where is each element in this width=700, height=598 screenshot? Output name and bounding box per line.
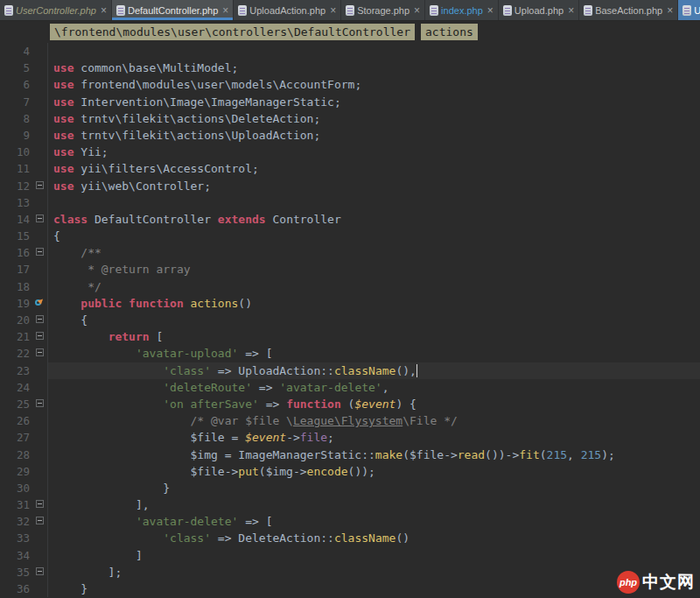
code-line[interactable]: 26 /* @var $file \League\Flysystem\File … <box>0 412 700 429</box>
code-text[interactable]: use yii\filters\AccessControl; <box>48 160 700 177</box>
code-text[interactable]: use trntv\filekit\actions\DeleteAction; <box>48 110 700 127</box>
code-line[interactable]: 28 $img = ImageManagerStatic::make($file… <box>0 447 700 463</box>
code-text[interactable]: } <box>48 480 700 496</box>
tab-close-icon[interactable]: × <box>330 5 336 16</box>
code-line[interactable]: 35 ]; <box>0 564 700 580</box>
code-line[interactable]: 18 */ <box>0 278 700 295</box>
code-text[interactable]: * @return array <box>48 261 700 278</box>
code-text[interactable]: use Yii; <box>48 144 700 160</box>
code-line[interactable]: 20 { <box>0 312 700 328</box>
code-text[interactable]: ], <box>48 496 700 513</box>
fold-marker[interactable] <box>36 332 44 340</box>
code-line[interactable]: 9 use trntv\filekit\actions\UploadAction… <box>0 127 700 144</box>
code-line[interactable]: 5 use common\base\MultiModel; <box>0 60 700 76</box>
gutter: 6 <box>0 76 48 93</box>
code-line[interactable]: 12 use yii\web\Controller; <box>0 178 700 194</box>
code-line[interactable]: 4 <box>0 43 700 60</box>
fold-marker[interactable] <box>36 315 44 323</box>
tab-close-icon[interactable]: × <box>222 5 228 16</box>
editor-tab[interactable]: Upload.php × <box>499 0 579 20</box>
code-text[interactable]: return [ <box>48 328 700 345</box>
code-line[interactable]: 31 ], <box>0 496 700 513</box>
code-line[interactable]: 27 $file = $event->file; <box>0 429 700 446</box>
fold-column <box>33 228 47 244</box>
tab-close-icon[interactable]: × <box>414 5 420 16</box>
code-text[interactable]: $file->put($img->encode()); <box>48 463 700 480</box>
code-text[interactable]: /* @var $file \League\Flysystem\File */ <box>48 412 700 429</box>
method-marker-icon[interactable] <box>35 299 41 306</box>
tab-close-icon[interactable]: × <box>568 5 574 16</box>
editor-tab[interactable]: UploadAction.php × <box>234 0 341 20</box>
breadcrumb-item-path[interactable]: \frontend\modules\user\controllers\Defau… <box>50 24 415 40</box>
editor-tab[interactable]: Storage.php × <box>341 0 425 20</box>
code-text[interactable]: */ <box>48 278 700 295</box>
tab-close-icon[interactable]: × <box>487 5 494 16</box>
code-text[interactable]: class DefaultController extends Controll… <box>48 211 700 228</box>
code-text[interactable]: } <box>48 580 700 597</box>
code-line[interactable]: 13 <box>0 194 700 211</box>
code-text[interactable]: public function actions() <box>48 295 700 312</box>
code-line[interactable]: 7 use Intervention\Image\ImageManagerSta… <box>0 94 700 110</box>
code-line[interactable]: 29 $file->put($img->encode()); <box>0 463 700 480</box>
line-number: 10 <box>0 144 33 160</box>
code-text[interactable] <box>48 43 700 60</box>
code-text[interactable]: use common\base\MultiModel; <box>48 60 700 76</box>
code-line[interactable]: 36 } <box>0 580 700 597</box>
code-line[interactable]: 30 } <box>0 480 700 496</box>
code-line[interactable]: 16 /** <box>0 244 700 261</box>
breadcrumb-item-actions[interactable]: actions <box>421 24 478 40</box>
fold-marker[interactable] <box>36 248 44 256</box>
editor-tab[interactable]: DefaultController.php × <box>112 0 234 20</box>
tab-label: BaseAction.php <box>595 5 662 16</box>
fold-marker[interactable] <box>36 399 44 407</box>
tab-close-icon[interactable]: × <box>101 5 107 16</box>
code-line[interactable]: 10 use Yii; <box>0 144 700 160</box>
code-line[interactable]: 14 class DefaultController extends Contr… <box>0 211 700 228</box>
fold-marker[interactable] <box>36 348 44 356</box>
editor-tab[interactable]: index.php × <box>425 0 499 20</box>
code-line[interactable]: 22 'avatar-upload' => [ <box>0 345 700 362</box>
code-line[interactable]: 17 * @return array <box>0 261 700 278</box>
fold-marker[interactable] <box>36 567 44 575</box>
code-text[interactable]: 'on afterSave' => function ($event) { <box>48 396 700 412</box>
code-line[interactable]: 33 'class' => DeleteAction::className() <box>0 530 700 546</box>
line-number: 5 <box>0 60 33 76</box>
code-line[interactable]: 15 { <box>0 228 700 244</box>
code-text[interactable]: $img = ImageManagerStatic::make($file->r… <box>48 447 700 463</box>
code-line[interactable]: 19 public function actions() <box>0 295 700 312</box>
code-text[interactable]: ] <box>48 547 700 564</box>
code-line[interactable]: 6 use frontend\modules\user\models\Accou… <box>0 76 700 93</box>
editor-tab[interactable]: BaseAction.php × <box>579 0 678 20</box>
code-text[interactable]: use frontend\modules\user\models\Account… <box>48 76 700 93</box>
code-line[interactable]: 24 'deleteRoute' => 'avatar-delete', <box>0 379 700 396</box>
code-text[interactable]: ]; <box>48 564 700 580</box>
code-text[interactable]: /** <box>48 244 700 261</box>
fold-marker[interactable] <box>36 181 44 189</box>
editor-tab[interactable]: UserController.php × <box>0 0 112 20</box>
code-line[interactable]: 21 return [ <box>0 328 700 345</box>
code-text[interactable]: { <box>48 312 700 328</box>
code-line[interactable]: 34 ] <box>0 547 700 564</box>
code-text[interactable] <box>48 194 700 211</box>
code-line[interactable]: 23 'class' => UploadAction::className(), <box>0 362 700 379</box>
fold-marker[interactable] <box>36 500 44 508</box>
code-text[interactable]: use Intervention\Image\ImageManagerStati… <box>48 94 700 110</box>
code-line[interactable]: 25 'on afterSave' => function ($event) { <box>0 396 700 412</box>
fold-marker[interactable] <box>36 517 44 524</box>
code-text[interactable]: { <box>48 228 700 244</box>
code-text[interactable]: 'class' => UploadAction::className(), <box>48 362 700 379</box>
editor-tab[interactable]: UploadForm.php × <box>678 0 700 20</box>
code-text[interactable]: 'avatar-upload' => [ <box>48 345 700 362</box>
code-text[interactable]: use trntv\filekit\actions\UploadAction; <box>48 127 700 144</box>
tab-close-icon[interactable]: × <box>667 5 673 16</box>
code-line[interactable]: 8 use trntv\filekit\actions\DeleteAction… <box>0 110 700 127</box>
editor-body[interactable]: 4 5 use common\base\MultiModel; 6 use fr… <box>0 43 700 597</box>
code-line[interactable]: 11 use yii\filters\AccessControl; <box>0 160 700 177</box>
fold-marker[interactable] <box>36 215 44 222</box>
code-text[interactable]: 'class' => DeleteAction::className() <box>48 530 700 546</box>
code-text[interactable]: 'deleteRoute' => 'avatar-delete', <box>48 379 700 396</box>
code-line[interactable]: 32 'avatar-delete' => [ <box>0 513 700 530</box>
code-text[interactable]: $file = $event->file; <box>48 429 700 446</box>
code-text[interactable]: 'avatar-delete' => [ <box>48 513 700 530</box>
code-text[interactable]: use yii\web\Controller; <box>48 178 700 194</box>
